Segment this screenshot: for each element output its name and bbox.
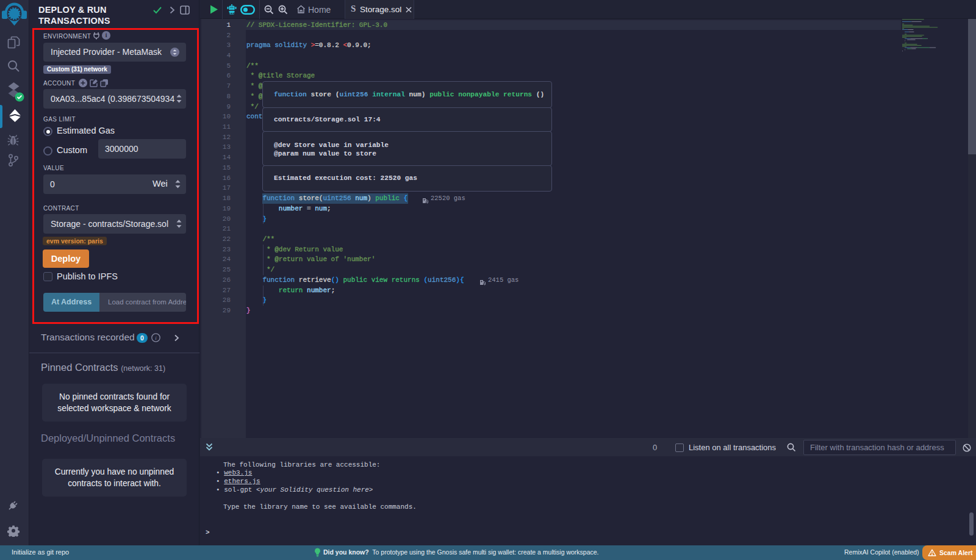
svg-text:i: i	[106, 32, 107, 38]
svg-text:i: i	[155, 335, 157, 341]
